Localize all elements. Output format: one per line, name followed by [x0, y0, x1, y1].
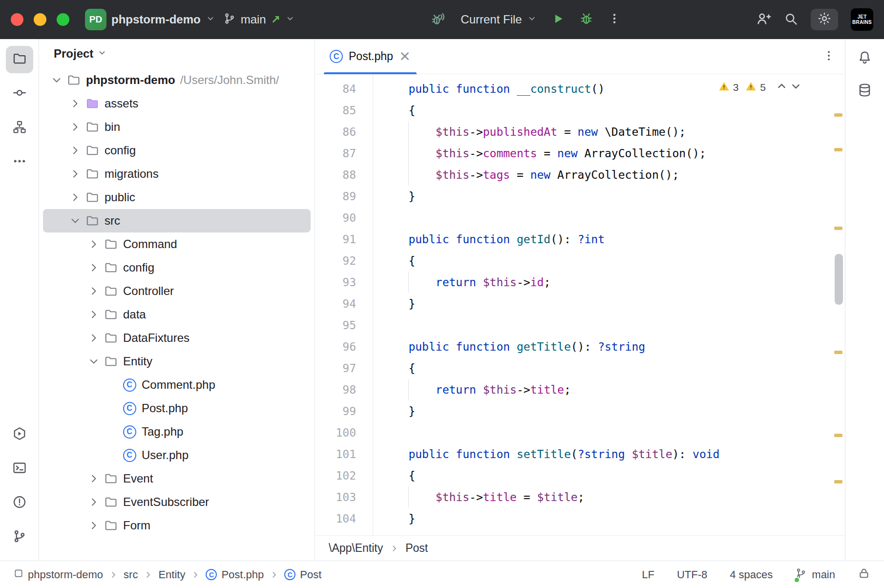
tree-chevron-icon[interactable] [85, 470, 103, 487]
stripe-warning-mark[interactable] [834, 480, 842, 483]
code-with-me-icon[interactable] [756, 11, 771, 28]
structure-tool-button[interactable] [6, 114, 33, 142]
warning-summary[interactable]: 3 [718, 81, 739, 94]
close-tab-icon[interactable]: × [399, 49, 411, 63]
code-line[interactable]: 87 $this->comments = new ArrayCollection… [315, 143, 845, 164]
tree-item-comment-php[interactable]: CComment.php [43, 373, 311, 397]
line-number[interactable]: 104 [315, 508, 373, 529]
line-number[interactable]: 86 [315, 121, 373, 143]
commit-tool-button[interactable] [6, 80, 33, 107]
line-number[interactable]: 93 [315, 272, 373, 293]
line-number[interactable]: 85 [315, 100, 373, 121]
code-line[interactable]: 98 return $this->title; [315, 379, 845, 400]
line-number[interactable]: 94 [315, 293, 373, 315]
tree-item-config[interactable]: config [43, 139, 311, 162]
tree-item-eventsubscriber[interactable]: EventSubscriber [43, 490, 311, 514]
settings-button[interactable] [811, 9, 838, 30]
terminal-tool-button[interactable] [6, 455, 33, 483]
tree-item-tag-php[interactable]: CTag.php [43, 420, 311, 443]
tree-item-src[interactable]: src [43, 209, 311, 232]
line-number[interactable]: 88 [315, 164, 373, 186]
project-panel-header[interactable]: Project [39, 39, 315, 68]
vcs-branch-widget[interactable]: main ↗ [223, 12, 295, 27]
scrollbar-thumb[interactable] [835, 254, 843, 305]
line-number[interactable]: 101 [315, 443, 373, 465]
stripe-warning-mark[interactable] [834, 148, 842, 151]
code-line[interactable]: 92 { [315, 250, 845, 272]
more-actions-kebab-icon[interactable] [608, 12, 621, 27]
stripe-warning-mark[interactable] [834, 351, 842, 354]
code-line[interactable]: 86 $this->publishedAt = new \DateTime(); [315, 121, 845, 143]
tree-item-config[interactable]: config [43, 256, 311, 279]
status-path-item-src[interactable]: src [124, 568, 138, 581]
tree-chevron-icon[interactable] [66, 165, 84, 183]
close-window-button[interactable] [11, 13, 23, 26]
project-tool-button[interactable] [6, 46, 33, 73]
code-line[interactable]: 96 public function getTitle(): ?string [315, 336, 845, 357]
status-path-item-post[interactable]: CPost [284, 568, 321, 581]
tree-item-data[interactable]: data [43, 303, 311, 326]
code-line[interactable]: 89 } [315, 186, 845, 207]
line-number[interactable]: 87 [315, 143, 373, 164]
tree-item-migrations[interactable]: migrations [43, 162, 311, 186]
notifications-bell-icon[interactable] [857, 50, 872, 67]
tree-item-datafixtures[interactable]: DataFixtures [43, 326, 311, 350]
code-line[interactable]: 97 { [315, 357, 845, 379]
indent-widget[interactable]: 4 spaces [730, 568, 773, 581]
line-ending-widget[interactable]: LF [642, 568, 654, 581]
code-line[interactable]: 93 return $this->id; [315, 272, 845, 293]
code-line[interactable]: 100 [315, 422, 845, 443]
line-number[interactable]: 96 [315, 336, 373, 357]
line-number[interactable]: 102 [315, 465, 373, 486]
stripe-warning-mark[interactable] [834, 113, 842, 117]
tree-item-phpstorm-demo[interactable]: phpstorm-demo/Users/John.Smith/ [43, 68, 311, 92]
code-line[interactable]: 103 $this->title = $title; [315, 486, 845, 508]
lock-button[interactable] [858, 567, 870, 583]
line-number[interactable]: 98 [315, 379, 373, 400]
tree-chevron-icon[interactable] [85, 517, 103, 534]
version-control-tool-button[interactable] [6, 524, 33, 551]
tree-chevron-icon[interactable] [85, 259, 103, 276]
code-line[interactable]: 101 public function setTitle(?string $ti… [315, 443, 845, 465]
tree-item-post-php[interactable]: CPost.php [43, 397, 311, 420]
more-tools-button[interactable] [6, 148, 33, 176]
tree-chevron-icon[interactable] [66, 142, 84, 159]
tree-chevron-icon[interactable] [85, 306, 103, 323]
tree-chevron-icon[interactable] [85, 353, 103, 370]
code-line[interactable]: 104 } [315, 508, 845, 529]
services-tool-button[interactable] [6, 421, 33, 448]
stripe-warning-mark[interactable] [834, 434, 842, 437]
line-number[interactable]: 95 [315, 315, 373, 336]
problems-tool-button[interactable] [6, 489, 33, 517]
stripe-warning-mark[interactable] [834, 227, 842, 230]
tree-chevron-icon[interactable] [85, 235, 103, 253]
tree-chevron-icon[interactable] [48, 71, 65, 89]
line-number[interactable]: 100 [315, 422, 373, 443]
code-line[interactable]: 88 $this->tags = new ArrayCollection(); [315, 164, 845, 186]
previous-problem-button[interactable] [776, 80, 788, 95]
line-number[interactable]: 90 [315, 207, 373, 229]
run-button[interactable] [551, 12, 565, 27]
tab-options-kebab-icon[interactable] [822, 49, 835, 64]
line-number[interactable]: 99 [315, 400, 373, 422]
status-path-item-entity[interactable]: Entity [158, 568, 185, 581]
tree-chevron-icon[interactable] [85, 493, 103, 511]
fullscreen-window-button[interactable] [57, 13, 69, 26]
next-problem-button[interactable] [790, 80, 802, 95]
tree-item-user-php[interactable]: CUser.php [43, 443, 311, 467]
tab-post-php[interactable]: C Post.php × [320, 39, 421, 74]
minimize-window-button[interactable] [34, 13, 46, 26]
line-number[interactable]: 84 [315, 78, 373, 100]
status-path-item-phpstorm-demo[interactable]: phpstorm-demo [14, 568, 103, 581]
database-icon[interactable] [857, 83, 872, 100]
line-number[interactable]: 91 [315, 229, 373, 250]
line-number[interactable]: 89 [315, 186, 373, 207]
line-number[interactable]: 92 [315, 250, 373, 272]
run-configuration-selector[interactable]: Current File [461, 13, 536, 26]
code-editor[interactable]: 84 public function __construct()85 {86 $… [315, 74, 845, 535]
code-line[interactable]: 90 [315, 207, 845, 229]
tree-item-event[interactable]: Event [43, 467, 311, 490]
tree-item-form[interactable]: Form [43, 514, 311, 537]
line-number[interactable]: 97 [315, 357, 373, 379]
tree-chevron-icon[interactable] [66, 212, 84, 230]
